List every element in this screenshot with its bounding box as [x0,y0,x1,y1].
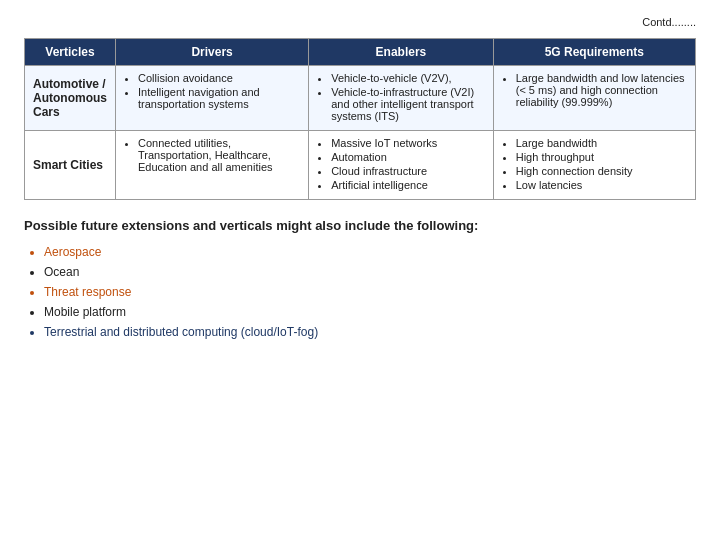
drivers-automotive: Collision avoidance Intelligent navigati… [116,66,309,131]
col-header-verticles: Verticles [25,39,116,66]
requirements-smartcities: Large bandwidth High throughput High con… [493,131,695,200]
requirements-automotive: Large bandwidth and low latencies (< 5 m… [493,66,695,131]
list-item: Ocean [44,265,696,279]
table-row: Smart Cities Connected utilities, Transp… [25,131,696,200]
vertical-automotive: Automotive / Autonomous Cars [25,66,116,131]
list-item: Aerospace [44,245,696,259]
list-item: Threat response [44,285,696,299]
vertical-smartcities: Smart Cities [25,131,116,200]
future-list: Aerospace Ocean Threat response Mobile p… [24,245,696,339]
col-header-enablers: Enablers [309,39,494,66]
col-header-drivers: Drivers [116,39,309,66]
list-item: Terrestrial and distributed computing (c… [44,325,696,339]
drivers-smartcities: Connected utilities, Transportation, Hea… [116,131,309,200]
enablers-smartcities: Massive IoT networks Automation Cloud in… [309,131,494,200]
main-table: Verticles Drivers Enablers 5G Requiremen… [24,38,696,200]
list-item: Mobile platform [44,305,696,319]
future-heading: Possible future extensions and verticals… [24,218,696,233]
contd-label: Contd........ [24,16,696,28]
table-row: Automotive / Autonomous Cars Collision a… [25,66,696,131]
enablers-automotive: Vehicle-to-vehicle (V2V), Vehicle-to-inf… [309,66,494,131]
col-header-5g: 5G Requirements [493,39,695,66]
